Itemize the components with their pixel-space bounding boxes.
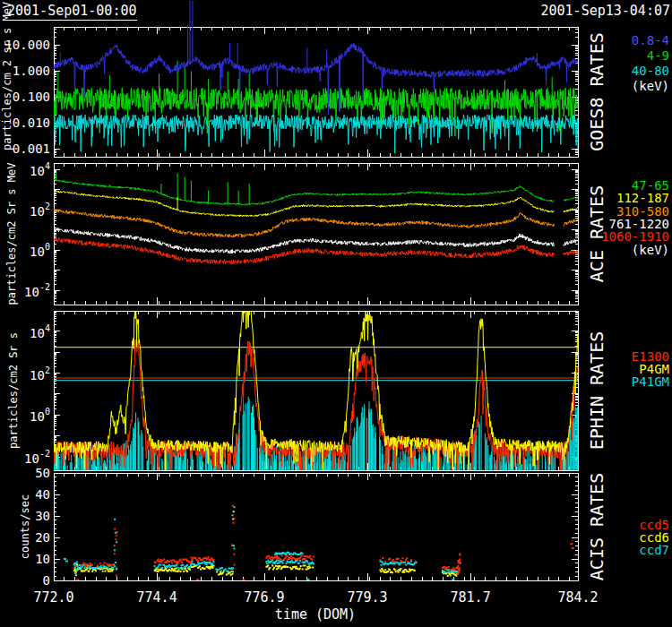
series-group	[54, 1, 578, 153]
y-tick-label: 0.010	[13, 116, 50, 130]
x-tick-label: 776.9	[244, 589, 284, 606]
x-axis-title: time (DOM)	[235, 606, 396, 623]
tick-marks	[54, 473, 578, 580]
y-tick-label: 100	[30, 242, 50, 259]
legend-item-kev: (keV)	[632, 243, 669, 257]
y-tick-label: 50	[35, 466, 50, 480]
series-40-80	[54, 115, 578, 153]
panel-frame	[54, 163, 578, 305]
panel-title-ephin-rates: EPHIN RATES	[586, 331, 607, 450]
legend-item-0-8-4: 0.8-4	[632, 33, 669, 47]
tick-marks	[54, 163, 578, 305]
y-tick-labels: 01020304050	[35, 466, 50, 588]
panel-acis-rates: 01020304050ACIS RATEScounts/secccd5ccd6c…	[19, 466, 669, 588]
panel-title-acis-rates: ACIS RATES	[586, 473, 607, 580]
y-tick-label: 0	[43, 573, 50, 588]
screen: 10.0001.0000.1000.0100.001GOES8 RATESpar…	[0, 0, 672, 627]
legend-ace-rates: 47-65112-187310-580761-12201060-1910(keV…	[601, 178, 669, 257]
series-112-187	[54, 191, 578, 217]
legend-item-40-80: 40-80	[632, 64, 669, 78]
y-tick-label: 30	[35, 509, 50, 523]
series-310-580	[54, 209, 578, 237]
x-tick-label: 784.2	[557, 589, 598, 606]
series-group	[54, 305, 578, 485]
legend-item-p41gm: P41GM	[632, 374, 669, 389]
legend-goes8-rates: 0.8-44-940-80(keV)	[632, 33, 669, 93]
panel-frame	[54, 473, 578, 580]
panel-title-goes8-rates: GOES8 RATES	[586, 32, 607, 150]
y-tick-labels: 10410210010-2	[24, 161, 50, 299]
y-tick-label: 40	[35, 487, 50, 502]
series-47-65	[54, 179, 578, 205]
y-tick-label: 10-2	[24, 449, 50, 466]
y-axis-label-ephin-rates: particles/cm2 Sr s	[7, 332, 20, 449]
y-tick-label: 104	[30, 323, 50, 340]
y-tick-label: 10	[35, 552, 50, 566]
y-tick-label: 100	[30, 407, 50, 424]
legend-item-4-9: 4-9	[647, 48, 669, 63]
timeseries-chart: 10.0001.0000.1000.0100.001GOES8 RATESpar…	[0, 0, 672, 627]
y-tick-label: 0.100	[13, 90, 50, 104]
y-tick-label: 0.001	[13, 142, 50, 156]
panel-goes8-rates: 10.0001.0000.1000.0100.001GOES8 RATESpar…	[1, 1, 669, 157]
legend-item-ccd7: ccd7	[639, 543, 669, 557]
y-axis-label-goes8-rates: particles/cm 2 sr s MeV	[1, 2, 13, 150]
axes-acis-rates	[54, 473, 578, 580]
spikes-47-65	[56, 173, 249, 204]
scatter-dots-ff2a00	[74, 505, 574, 581]
axes-ace-rates	[54, 163, 578, 305]
y-tick-label: 10-2	[24, 282, 50, 299]
x-tick-label: 781.7	[451, 589, 491, 606]
x-tick-labels: 772.0774.4776.9779.3781.7784.2	[33, 589, 598, 606]
y-tick-label: 104	[30, 161, 50, 178]
y-tick-label: 20	[35, 530, 50, 545]
scatter-dots-ffff00	[73, 511, 458, 577]
series-group	[54, 173, 578, 264]
y-axis-label-ace-rates: particles/cm2 Sr s MeV	[5, 163, 18, 305]
end-date-label: 2001-Sep13-04:07	[541, 3, 671, 19]
x-tick-label: 772.0	[33, 589, 73, 606]
y-tick-label: 1.000	[13, 64, 50, 78]
series-group	[64, 505, 574, 581]
y-axis-label-acis-rates: counts/sec	[19, 494, 31, 559]
start-date-label: 2001-Sep01-00:00	[7, 3, 137, 21]
y-tick-labels: 10410210010-2	[24, 323, 50, 466]
y-tick-label: 102	[30, 202, 50, 219]
legend-acis-rates: ccd5ccd6ccd7	[639, 518, 669, 557]
y-tick-label: 102	[30, 365, 50, 382]
legend-ephin-rates: E1300P4GMP41GM	[632, 349, 669, 389]
x-tick-label: 774.4	[137, 589, 177, 606]
panel-ephin-rates: 10410210010-2EPHIN RATESparticles/cm2 Sr…	[7, 305, 669, 485]
legend-item-kev: (keV)	[632, 79, 669, 93]
x-tick-label: 779.3	[347, 589, 387, 606]
panel-ace-rates: 10410210010-2ACE RATESparticles/cm2 Sr s…	[5, 161, 669, 305]
